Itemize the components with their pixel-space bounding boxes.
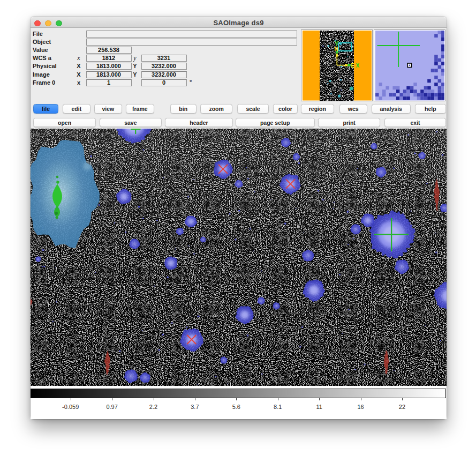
svg-text:E: E: [351, 63, 354, 69]
svg-text:X: X: [356, 63, 359, 69]
svg-text:N: N: [334, 46, 338, 52]
